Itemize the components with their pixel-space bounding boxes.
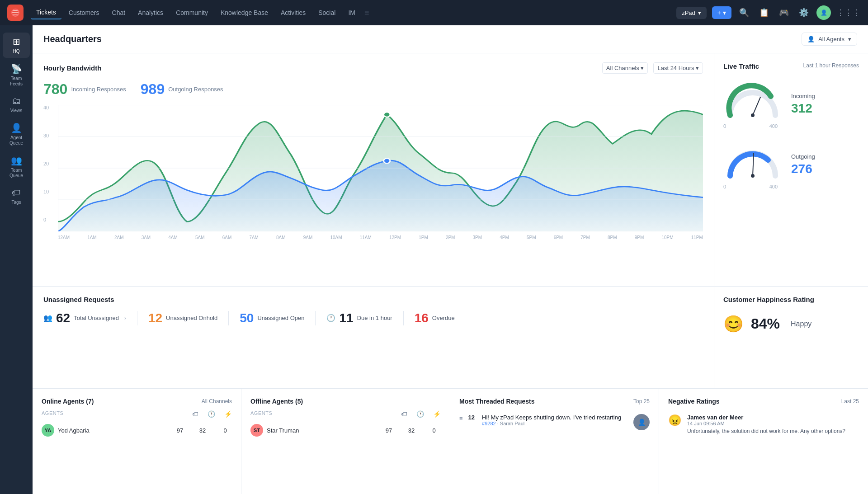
total-label: Total Unassigned — [74, 315, 119, 321]
bottom-row: Online Agents (7) All Channels AGENTS 🏷 … — [33, 388, 868, 494]
all-agents-button[interactable]: 👤 All Agents ▾ — [802, 33, 857, 46]
overdue-num: 16 — [415, 311, 429, 325]
outgoing-label: Outgoing Responses — [168, 86, 223, 93]
offline-col-agents-label: AGENTS — [250, 410, 272, 418]
gamepad-icon[interactable]: 🎮 — [777, 5, 791, 20]
page-header: Headquarters 👤 All Agents ▾ — [33, 25, 868, 53]
content: Headquarters 👤 All Agents ▾ Hourly Bandw… — [33, 25, 868, 494]
main-layout: ⊞ HQ 📡 TeamFeeds 🗂 Views 👤 AgentQueue 👥 … — [0, 25, 868, 494]
total-icon: 👥 — [43, 314, 52, 322]
y-label-0: 0 — [43, 217, 49, 222]
open-label: Unassigned Open — [257, 315, 304, 321]
workspace-selector[interactable]: zPad ▾ — [676, 7, 707, 19]
sidebar-item-tags[interactable]: 🏷 Tags — [3, 184, 30, 209]
thread-text: Hi! My zPad Keeps shutting down. I've tr… — [482, 414, 628, 421]
y-label-20: 20 — [43, 161, 49, 166]
search-icon[interactable]: 🔍 — [737, 5, 751, 20]
open-unassigned: 50 Unassigned Open — [240, 311, 316, 325]
negative-content: James van der Meer 14 Jun 09:56 AM Unfor… — [687, 414, 845, 434]
offline-agent-avatar: ST — [250, 424, 263, 437]
thread-content: Hi! My zPad Keeps shutting down. I've tr… — [482, 414, 628, 426]
happiness-title: Customer Happiness Rating — [723, 296, 814, 303]
bandwidth-chart: 40 30 20 10 0 12AM 1AM 2AM 3AM 4AM 5AM — [43, 105, 703, 231]
x-label-2pm: 2PM — [446, 235, 455, 240]
nav-items: Tickets Customers Chat Analytics Communi… — [31, 6, 676, 19]
sidebar-item-agent-queue[interactable]: 👤 AgentQueue — [3, 119, 30, 150]
settings-icon[interactable]: ⚙️ — [797, 5, 811, 20]
negative-ratings-top-label: Last 25 — [841, 398, 859, 405]
grid-icon[interactable]: ⋮⋮⋮ — [836, 8, 861, 18]
unassigned-stats: 👥 62 Total Unassigned › 12 Unassigned On… — [43, 311, 703, 325]
nav-community[interactable]: Community — [170, 6, 213, 19]
add-dropdown-icon: ▾ — [723, 9, 726, 16]
bandwidth-title: Hourly Bandwidth — [43, 64, 101, 72]
happiness-label: Happy — [791, 320, 811, 328]
agent-stats: 97 32 0 — [173, 427, 232, 434]
nav-separator: ≡ — [363, 8, 371, 18]
outgoing-gauge-label: Outgoing — [791, 153, 859, 160]
threaded-top-label: Top 25 — [633, 398, 650, 405]
compose-icon[interactable]: 📋 — [757, 5, 771, 20]
nav-im[interactable]: IM — [343, 6, 361, 19]
nav-knowledge-base[interactable]: Knowledge Base — [215, 6, 274, 19]
x-label-9am: 9AM — [303, 235, 313, 240]
negative-name: James van der Meer — [687, 414, 845, 421]
offline-stat-3: 0 — [427, 427, 441, 434]
nav-social[interactable]: Social — [313, 6, 341, 19]
all-agents-label: All Agents — [818, 36, 844, 42]
x-label-5am: 5AM — [195, 235, 205, 240]
nav-tickets[interactable]: Tickets — [31, 6, 61, 19]
incoming-gauge-label: Incoming — [791, 93, 859, 99]
negative-ratings-title: Negative Ratings — [668, 398, 720, 405]
sidebar-item-team-feeds[interactable]: 📡 TeamFeeds — [3, 60, 30, 90]
total-num: 62 — [56, 311, 70, 325]
table-row: ST Star Truman 97 32 0 — [250, 421, 441, 439]
incoming-gauge: 0 400 Incoming 312 — [723, 79, 859, 129]
x-label-8pm: 8PM — [608, 235, 617, 240]
outgoing-min: 0 — [723, 184, 726, 189]
top-nav: Tickets Customers Chat Analytics Communi… — [0, 0, 868, 25]
sidebar-item-hq[interactable]: ⊞ HQ — [3, 33, 30, 58]
x-label-12am: 12AM — [58, 235, 70, 240]
incoming-max: 400 — [769, 123, 778, 129]
bandwidth-header: Hourly Bandwidth All Channels ▾ Last 24 … — [43, 62, 703, 74]
total-unassigned: 👥 62 Total Unassigned › — [43, 311, 137, 325]
sidebar-item-views[interactable]: 🗂 Views — [3, 92, 30, 117]
sidebar-label-tags: Tags — [11, 200, 21, 205]
nav-analytics[interactable]: Analytics — [132, 6, 169, 19]
team-queue-icon: 👥 — [11, 155, 22, 166]
incoming-count: 780 — [43, 81, 67, 98]
incoming-stat: 780 Incoming Responses — [43, 81, 126, 98]
nav-customers[interactable]: Customers — [63, 6, 105, 19]
outgoing-gauge-svg — [723, 140, 782, 180]
channels-button[interactable]: All Channels ▾ — [602, 62, 648, 74]
x-label-11am: 11AM — [360, 235, 372, 240]
x-label-3am: 3AM — [142, 235, 151, 240]
unassigned-title: Unassigned Requests — [43, 296, 114, 303]
logo[interactable] — [7, 5, 24, 21]
due-num: 11 — [339, 311, 353, 325]
offline-agents-title: Offline Agents (5) — [250, 398, 303, 405]
due-label: Due in 1 hour — [357, 315, 392, 321]
happiness-panel: Customer Happiness Rating 😊 84% Happy — [714, 287, 868, 389]
agents-table-header: AGENTS 🏷 🕐 ⚡ — [42, 410, 232, 418]
x-label-5pm: 5PM — [527, 235, 536, 240]
clock-icon: 🕐 — [326, 314, 335, 322]
add-button[interactable]: + ▾ — [712, 6, 731, 19]
x-label-7pm: 7PM — [580, 235, 590, 240]
avatar[interactable]: 👤 — [816, 5, 831, 20]
svg-point-13 — [751, 174, 755, 178]
time-range-button[interactable]: Last 24 Hours ▾ — [653, 62, 703, 74]
nav-chat[interactable]: Chat — [107, 6, 131, 19]
offline-agents-panel: Offline Agents (5) AGENTS 🏷 🕐 ⚡ — [241, 389, 450, 494]
list-item: ≡ 12 Hi! My zPad Keeps shutting down. I'… — [459, 410, 650, 434]
sidebar-item-team-queue[interactable]: 👥 TeamQueue — [3, 151, 30, 182]
happiness-content: 😊 84% Happy — [723, 315, 859, 334]
thread-lines-icon: ≡ — [459, 415, 463, 422]
offline-agents-table-header: AGENTS 🏷 🕐 ⚡ — [250, 410, 441, 418]
outgoing-gauge-value: 276 — [791, 162, 859, 176]
nav-activities[interactable]: Activities — [275, 6, 311, 19]
gauge-container: 0 400 Incoming 312 — [723, 79, 859, 189]
dashboard: Hourly Bandwidth All Channels ▾ Last 24 … — [33, 53, 868, 494]
offline-alert-icon: ⚡ — [433, 410, 441, 418]
